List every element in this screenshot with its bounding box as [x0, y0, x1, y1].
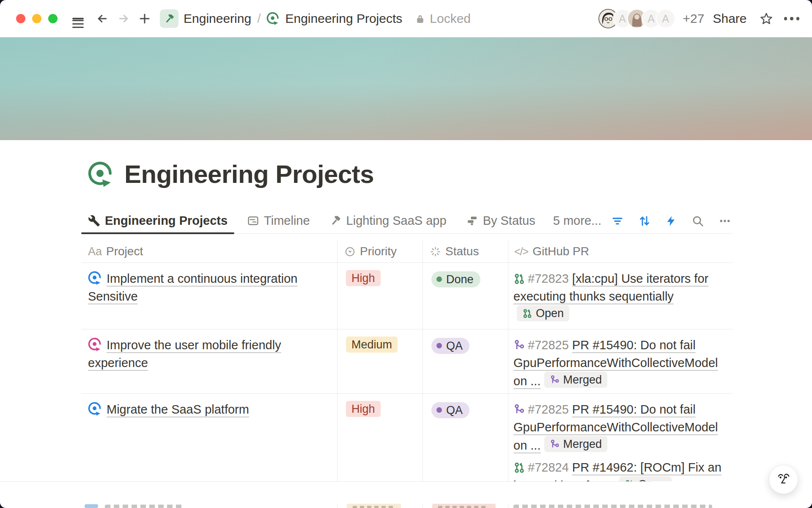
favorite-star-icon[interactable]	[760, 12, 773, 25]
pr-state-label: Merged	[563, 372, 602, 388]
pr-entry: #72825 PR #15490: Do not fail GpuPerform…	[513, 400, 726, 454]
cycle-icon	[266, 12, 280, 25]
ai-face-icon	[775, 471, 793, 489]
pr-entry: #72823 [xla:cpu] Use iterators for execu…	[513, 270, 726, 323]
git-pull-request-icon	[513, 273, 525, 284]
clipped-status-pill	[432, 504, 496, 508]
column-label: Priority	[360, 245, 397, 258]
avatar-initial: A	[619, 13, 626, 25]
git-pull-request-icon	[522, 308, 532, 318]
tab-lighting-saas-app[interactable]: Lighting SaaS app	[323, 208, 453, 233]
close-button[interactable]	[16, 14, 25, 23]
status-dot	[436, 276, 442, 282]
project-cell[interactable]: Implement a continuous integration Sensi…	[81, 263, 337, 334]
priority-tag[interactable]: High	[346, 270, 381, 286]
github-pr-cell[interactable]: #72823 [xla:cpu] Use iterators for execu…	[508, 263, 733, 334]
notion-window: Engineering / Engineering Projects Locke…	[0, 0, 812, 508]
new-page-icon[interactable]	[135, 9, 154, 28]
sort-icon[interactable]	[638, 215, 651, 227]
github-pr-cell[interactable]: #72825 PR #15490: Do not fail GpuPerform…	[508, 329, 733, 400]
code-property-icon: </>	[514, 246, 528, 258]
column-label: Project	[106, 245, 143, 258]
breadcrumb: Engineering / Engineering Projects	[160, 9, 402, 28]
tab-label: Engineering Projects	[105, 214, 228, 228]
pr-state-badge[interactable]: Merged	[544, 436, 608, 452]
traffic-lights	[16, 14, 58, 23]
priority-tag[interactable]: High	[346, 401, 381, 417]
status-pill[interactable]: QA	[431, 338, 469, 354]
table-row: Implement a continuous integration Sensi…	[81, 263, 733, 329]
zoom-button[interactable]	[48, 14, 58, 23]
status-cell[interactable]: Done	[423, 263, 508, 334]
notion-ai-button[interactable]	[769, 465, 798, 494]
automation-lightning-icon[interactable]	[665, 215, 677, 227]
avatar[interactable]: A	[656, 9, 675, 28]
locked-toggle[interactable]: Locked	[415, 11, 471, 26]
column-label: Status	[445, 245, 479, 258]
project-title-link[interactable]: Migrate the SaaS platform	[107, 403, 249, 416]
back-icon[interactable]	[93, 9, 112, 28]
share-button[interactable]: Share	[713, 11, 746, 26]
pr-state-label: Merged	[563, 436, 602, 452]
git-merge-icon	[550, 439, 560, 449]
board-icon	[466, 215, 478, 227]
text-property-icon: Aa	[88, 245, 102, 258]
pr-entry: #72825 PR #15490: Do not fail GpuPerform…	[513, 336, 726, 390]
git-merge-icon	[513, 403, 525, 415]
status-cell[interactable]: QA	[423, 329, 508, 400]
tab-timeline[interactable]: Timeline	[240, 208, 317, 233]
select-property-icon	[344, 246, 356, 257]
breadcrumb-workspace[interactable]: Engineering	[184, 11, 251, 26]
minimize-button[interactable]	[32, 14, 41, 23]
wrench-icon	[88, 215, 100, 227]
breadcrumb-separator: /	[257, 11, 261, 26]
breadcrumb-page[interactable]: Engineering Projects	[285, 11, 402, 26]
cycle-icon	[88, 271, 102, 285]
clipped-pr-text	[513, 505, 712, 508]
status-property-icon	[430, 246, 441, 257]
column-header-project[interactable]: Aa Project	[81, 240, 337, 262]
priority-cell[interactable]: Medium	[337, 329, 423, 400]
clipped-row	[0, 503, 812, 508]
forward-icon[interactable]	[114, 9, 133, 28]
sidebar-menu-icon[interactable]	[69, 9, 87, 28]
column-header-priority[interactable]: Priority	[337, 240, 423, 262]
column-label: GitHub PR	[532, 245, 589, 258]
clipped-priority-tag	[347, 504, 401, 508]
collaborator-avatars[interactable]: A A A	[598, 9, 675, 28]
table-row: Improve the user mobile friendly experie…	[81, 329, 733, 394]
search-icon[interactable]	[691, 215, 704, 227]
column-header-github-pr[interactable]: </> GitHub PR	[508, 240, 733, 262]
status-pill[interactable]: Done	[431, 271, 480, 287]
filter-icon[interactable]	[611, 215, 624, 227]
pr-state-label: Open	[536, 305, 564, 321]
priority-tag[interactable]: Medium	[346, 337, 398, 353]
status-label: QA	[446, 402, 463, 418]
column-header-status[interactable]: Status	[423, 240, 508, 262]
cycle-icon	[88, 402, 102, 416]
avatar-overflow-count[interactable]: +27	[683, 11, 705, 26]
view-tabs: Engineering Projects Timeline Lighting S…	[81, 208, 733, 234]
priority-cell[interactable]: High	[337, 263, 423, 334]
pr-number: #72825	[528, 338, 569, 352]
page-title[interactable]: Engineering Projects	[124, 160, 374, 189]
page-icon-cycle[interactable]	[88, 161, 114, 188]
view-options-icon[interactable]	[719, 215, 731, 227]
project-title-link[interactable]: Improve the user mobile friendly experie…	[88, 338, 281, 370]
more-views-button[interactable]: 5 more...	[553, 214, 601, 228]
project-cell[interactable]: Improve the user mobile friendly experie…	[81, 329, 337, 400]
tab-by-status[interactable]: By Status	[459, 208, 542, 233]
timeline-card-icon	[247, 215, 259, 227]
git-pull-request-icon	[513, 461, 525, 473]
hammer-icon[interactable]	[160, 9, 178, 28]
tab-label: Timeline	[264, 214, 310, 228]
more-options-icon[interactable]	[784, 17, 800, 20]
tab-engineering-projects[interactable]: Engineering Projects	[81, 208, 234, 233]
pr-state-badge[interactable]: Open	[517, 305, 569, 321]
status-pill[interactable]: QA	[431, 402, 469, 418]
git-merge-icon	[550, 375, 560, 385]
pr-state-badge[interactable]: Merged	[544, 372, 608, 388]
status-label: QA	[446, 338, 463, 354]
table-header: Aa Project Priority Status </> GitHub PR	[81, 240, 733, 263]
project-title-link[interactable]: Implement a continuous integration Sensi…	[88, 272, 297, 303]
